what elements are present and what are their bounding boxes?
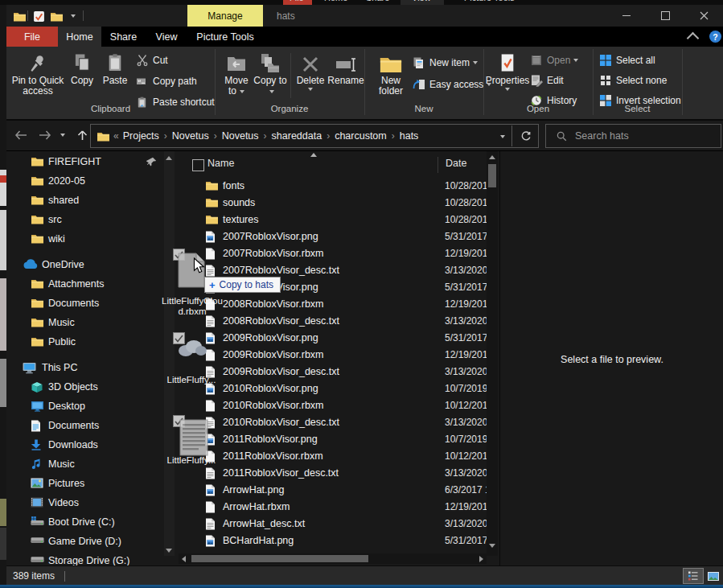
file-row[interactable]: 2011RobloxVisor.png10/7/2019 3 <box>179 431 493 448</box>
file-row[interactable]: fonts10/28/2018 <box>179 178 493 195</box>
file-row[interactable]: 2007RobloxVisor.png5/31/2017 7 <box>179 228 493 245</box>
tab-picture-tools[interactable]: Picture Tools <box>187 27 263 47</box>
sidebar-item-videos[interactable]: Videos <box>6 493 164 512</box>
breadcrumb-item[interactable]: Novetus <box>168 130 213 142</box>
tab-file[interactable]: File <box>6 27 58 47</box>
scroll-right-icon[interactable] <box>479 556 483 562</box>
scrollbar-thumb[interactable] <box>488 164 496 187</box>
scroll-down-icon[interactable] <box>489 544 495 548</box>
manage-tab[interactable]: Manage <box>187 5 263 27</box>
select-all-button[interactable]: Select all <box>598 51 655 69</box>
sidebar-item-downloads[interactable]: Downloads <box>6 435 164 454</box>
file-row[interactable]: textures10/28/2018 <box>179 212 493 228</box>
sidebar-item-public[interactable]: Public <box>6 332 164 352</box>
help-icon[interactable]: ? <box>709 31 721 43</box>
breadcrumb-item[interactable]: charcustom <box>331 130 391 142</box>
sidebar-item-desktop[interactable]: Desktop <box>6 397 164 416</box>
file-row[interactable]: 2009RobloxVisor_desc.txt3/13/2020 8 <box>179 364 493 380</box>
file-row[interactable]: ArrowHat.rbxm12/19/2018 <box>179 499 493 516</box>
column-name[interactable]: Name <box>207 158 234 169</box>
sidebar-item-boot-drive-c-[interactable]: Boot Drive (C:) <box>6 512 164 532</box>
file-row[interactable]: 2010RobloxVisor_desc.txt3/13/2020 8 <box>179 414 493 431</box>
select-all-checkbox[interactable] <box>192 159 204 171</box>
horizontal-scrollbar[interactable] <box>179 553 487 564</box>
qat-newfolder-icon[interactable] <box>50 11 64 22</box>
file-row[interactable]: ArrowHat.png6/3/2017 11 <box>179 482 493 499</box>
close-button[interactable] <box>686 5 721 27</box>
folder-icon <box>31 298 44 308</box>
sidebar-item-pictures[interactable]: Pictures <box>6 474 164 493</box>
sidebar-item-attachments[interactable]: Attachments <box>6 274 164 294</box>
file-row[interactable]: 2011RobloxVisor.rbxm10/12/2019 <box>179 448 493 465</box>
forward-button[interactable] <box>35 125 55 145</box>
breadcrumb-item[interactable]: hats <box>396 130 423 142</box>
file-row[interactable]: 2007RobloxVisor.rbxm12/19/2018 <box>179 245 493 262</box>
sidebar-item-documents[interactable]: Documents <box>6 294 164 313</box>
qat-properties-icon[interactable] <box>33 10 45 23</box>
thumbnail-view-button[interactable] <box>705 568 721 584</box>
select-none-button[interactable]: Select none <box>598 72 667 89</box>
tab-view[interactable]: View <box>146 27 187 47</box>
breadcrumb-overflow-icon[interactable]: « <box>113 130 119 142</box>
back-button[interactable] <box>11 125 31 145</box>
file-list: fonts10/28/2018sounds10/28/2018textures1… <box>179 178 493 549</box>
file-row[interactable]: 2010RobloxVisor.rbxm10/12/2019 <box>179 397 493 414</box>
file-row[interactable]: 2008RobloxVisor_desc.txt3/13/2020 8 <box>179 313 493 330</box>
search-input[interactable] <box>573 130 705 142</box>
filelist-scrollbar[interactable] <box>487 151 498 556</box>
tab-share[interactable]: Share <box>101 27 146 47</box>
copy-path-button[interactable]: Copy path <box>135 72 197 90</box>
breadcrumb-item[interactable]: Projects <box>119 130 163 142</box>
cut-button[interactable]: Cut <box>135 51 168 69</box>
sidebar-item-game-drive-d-[interactable]: Game Drive (D:) <box>6 532 164 551</box>
file-row[interactable]: ArrowHat_desc.txt3/13/2020 8 <box>179 516 493 532</box>
qat-customize-icon[interactable] <box>71 14 76 18</box>
column-date[interactable]: Date <box>446 158 466 169</box>
file-row[interactable]: 2009RobloxVisor.rbxm12/19/2018 <box>179 347 493 364</box>
file-row[interactable]: 2011RobloxVisor_desc.txt3/13/2020 8 <box>179 465 493 482</box>
sidebar-item-shared[interactable]: shared <box>6 191 164 210</box>
tab-home[interactable]: Home <box>58 27 101 47</box>
file-row[interactable]: 2009RobloxVisor.png5/31/2017 7 <box>179 330 493 347</box>
sidebar-item-onedrive[interactable]: OneDrive <box>6 255 164 274</box>
sidebar-item-2020-05[interactable]: 2020-05 <box>6 171 164 191</box>
refresh-icon[interactable] <box>512 125 538 146</box>
file-row[interactable]: 2008RobloxVisor.rbxm12/19/2018 <box>179 296 493 313</box>
new-item-button[interactable]: New item <box>412 54 478 72</box>
easy-access-button[interactable]: Easy access <box>412 76 491 93</box>
scroll-up-icon[interactable] <box>489 155 495 159</box>
sidebar-item-music[interactable]: Music <box>6 454 164 474</box>
breadcrumb-item[interactable]: Novetus <box>218 130 263 142</box>
scroll-down-icon[interactable] <box>166 549 172 553</box>
edit-button[interactable]: Edit <box>529 72 564 89</box>
address-dropdown-icon[interactable] <box>500 129 505 143</box>
sidebar-item-3d-objects[interactable]: 3D Objects <box>6 377 164 397</box>
file-date: 10/7/2019 3 <box>445 434 493 445</box>
search-box[interactable] <box>545 124 721 148</box>
open-button[interactable]: Open <box>529 51 578 69</box>
png-file-icon <box>205 535 216 547</box>
address-bar[interactable]: « Projects›Novetus›Novetus›shareddata›ch… <box>90 124 539 148</box>
recent-locations-icon[interactable] <box>56 125 69 145</box>
breadcrumb-item[interactable]: shareddata <box>268 130 327 142</box>
sidebar-item-firefight[interactable]: FIREFIGHT <box>6 152 164 171</box>
collapse-ribbon-icon[interactable] <box>687 32 700 45</box>
sidebar-item-this-pc[interactable]: This PC <box>6 358 164 377</box>
details-view-button[interactable] <box>683 568 704 584</box>
scrollbar-thumb[interactable] <box>191 555 368 562</box>
file-row[interactable]: BCHardHat.png5/31/2017 7 <box>179 532 493 549</box>
sidebar-item-src[interactable]: src <box>6 210 164 229</box>
scroll-up-icon[interactable] <box>166 156 172 160</box>
sidebar-item-wiki[interactable]: wiki <box>6 229 164 249</box>
maximize-button[interactable] <box>647 5 683 27</box>
qat-folder-icon[interactable] <box>13 11 27 22</box>
sidebar-item-music[interactable]: Music <box>6 313 164 332</box>
folder-icon <box>205 180 219 191</box>
up-button[interactable] <box>72 125 92 145</box>
sidebar-scrollbar[interactable] <box>164 151 175 556</box>
minimize-button[interactable] <box>609 5 644 27</box>
scroll-left-icon[interactable] <box>182 556 186 562</box>
sidebar-item-documents[interactable]: Documents <box>6 416 164 435</box>
file-row[interactable]: 2010RobloxVisor.png10/7/2019 3 <box>179 380 493 397</box>
file-row[interactable]: sounds10/28/2018 <box>179 195 493 212</box>
